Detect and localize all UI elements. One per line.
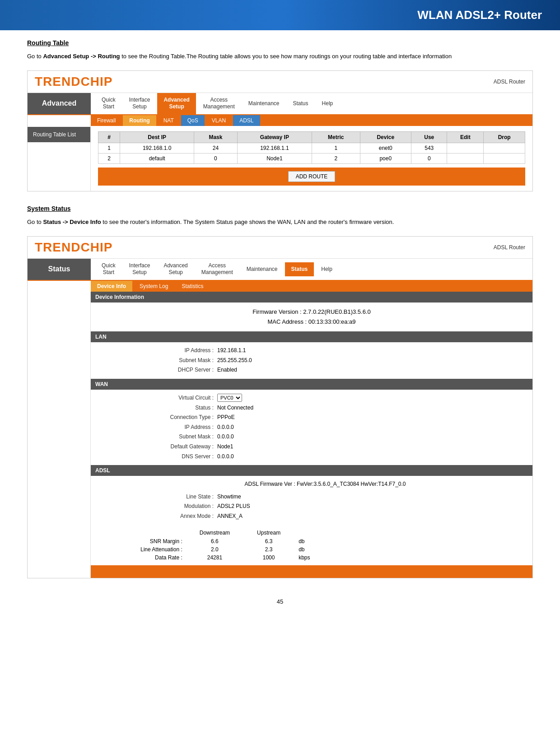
subnav-firewall-1[interactable]: Firewall: [91, 115, 122, 126]
lan-ip-row: IP Address : 192.168.1.1: [118, 346, 532, 356]
snr-up: 6.3: [243, 537, 294, 545]
wan-gateway-key: Default Gateway :: [118, 442, 217, 452]
adsl-modulation-val: ADSL2 PLUS: [217, 502, 250, 512]
nav-help-2[interactable]: Help: [315, 262, 339, 277]
trendchip-logo-2: TRENDCHIP: [35, 240, 112, 255]
lan-dhcp-row: DHCP Server : Enabled: [118, 365, 532, 375]
snr-label: SNR Margin :: [136, 537, 186, 545]
snr-unit: db: [294, 537, 321, 545]
nav-status-2[interactable]: Status: [285, 262, 314, 277]
col-use: Use: [411, 131, 447, 143]
lan-dhcp-val: Enabled: [217, 365, 237, 375]
routing-table-header-row: # Dest IP Mask Gateway IP Metric Device …: [98, 131, 525, 143]
table-row: 2 default 0 Node1 2 poe0 0: [98, 153, 525, 163]
left-sidebar-2: [28, 292, 91, 578]
subnav-adsl-1[interactable]: ADSL: [233, 115, 260, 126]
table-row: SNR Margin : 6.6 6.3 db: [136, 537, 321, 545]
lan-subnet-val: 255.255.255.0: [217, 356, 252, 366]
wan-label: WAN: [91, 379, 532, 390]
datarate-up: 1000: [243, 554, 294, 562]
add-route-button[interactable]: ADD ROUTE: [288, 171, 336, 182]
nav-help-1[interactable]: Help: [316, 97, 340, 111]
subnav-routing-1[interactable]: Routing: [123, 115, 156, 126]
page-title: WLAN ADSL2+ Router: [417, 8, 542, 22]
main-body-1: Routing Table List # Dest IP Mask Gatewa…: [28, 126, 532, 191]
wan-conntype-row: Connection Type : PPPoE: [118, 413, 532, 423]
atten-up: 2.3: [243, 545, 294, 554]
nav-bar-1: Advanced QuickStart InterfaceSetup Advan…: [28, 93, 532, 115]
col-gateway-ip: Gateway IP: [237, 131, 312, 143]
adsl-router-label-2: ADSL Router: [494, 244, 525, 251]
adsl-modulation-row: Modulation : ADSL2 PLUS: [118, 502, 532, 512]
cell-dest-ip: 192.168.1.0: [120, 143, 194, 153]
cell-drop: [484, 153, 525, 163]
sidebar-routing-table-list: Routing Table List: [28, 127, 90, 142]
subnav-nat-1[interactable]: NAT: [157, 115, 180, 126]
nav-status-1[interactable]: Status: [287, 97, 315, 111]
lan-dhcp-key: DHCP Server :: [118, 365, 217, 375]
content-area-2: Device Information Firmware Version : 2.…: [91, 292, 532, 578]
nav-items-2: QuickStart InterfaceSetup AdvancedSetup …: [91, 259, 532, 280]
main-body-2: Device Information Firmware Version : 2.…: [28, 292, 532, 578]
nav-maintenance-1[interactable]: Maintenance: [242, 97, 286, 111]
routing-table-head: # Dest IP Mask Gateway IP Metric Device …: [98, 131, 525, 143]
adsl-speed-table: Downstream Upstream SNR Margin : 6.6 6.3: [136, 528, 321, 562]
wan-vc-key: Virtual Circuit :: [118, 393, 217, 403]
system-status-description: Go to Status -> Device Info to see the r…: [27, 218, 533, 227]
datarate-unit: kbps: [294, 554, 321, 562]
nav-interface-setup-1[interactable]: InterfaceSetup: [123, 93, 157, 114]
virtual-circuit-select[interactable]: PVC0: [217, 394, 242, 402]
wan-vc-row: Virtual Circuit : PVC0: [118, 393, 532, 403]
wan-conntype-key: Connection Type :: [118, 413, 217, 423]
lan-ip-key: IP Address :: [118, 346, 217, 356]
nav-quick-start-1[interactable]: QuickStart: [95, 93, 122, 114]
subnav-qos-1[interactable]: QoS: [181, 115, 205, 126]
page-header: WLAN ADSL2+ Router: [0, 0, 560, 30]
trendchip-logo-1: TRENDCHIP: [35, 74, 112, 89]
lan-label: LAN: [91, 331, 532, 342]
sub-nav-wrapper-1: Firewall Routing NAT QoS VLAN ADSL: [28, 115, 532, 126]
subnav-vlan-1[interactable]: VLAN: [205, 115, 232, 126]
nav-access-mgmt-2[interactable]: AccessManagement: [195, 259, 239, 280]
adsl-info: ADSL Firmware Ver : FwVer:3.5.6.0_A_TC30…: [91, 476, 532, 525]
subnav-system-log-2[interactable]: System Log: [133, 281, 174, 292]
wan-status-key: Status :: [118, 403, 217, 413]
content-area-1: # Dest IP Mask Gateway IP Metric Device …: [91, 126, 532, 191]
mac-address: MAC Address : 00:13:33:00:ea:a9: [91, 317, 532, 327]
wan-ip-row: IP Address : 0.0.0.0: [118, 423, 532, 433]
nav-advanced-setup-2[interactable]: AdvancedSetup: [157, 259, 194, 280]
router-header-2: TRENDCHIP ADSL Router: [28, 237, 532, 259]
nav-access-mgmt-1[interactable]: AccessManagement: [197, 93, 241, 114]
nav-maintenance-2[interactable]: Maintenance: [240, 262, 284, 277]
wan-ip-key: IP Address :: [118, 423, 217, 433]
nav-advanced-setup-1[interactable]: AdvancedSetup: [157, 93, 196, 114]
wan-subnet-row: Subnet Mask : 0.0.0.0: [118, 432, 532, 442]
nav-left-1: Advanced: [28, 93, 91, 114]
cell-device: poe0: [360, 153, 411, 163]
col-downstream: Downstream: [186, 528, 243, 537]
routing-table: # Dest IP Mask Gateway IP Metric Device …: [98, 131, 525, 164]
nav-interface-setup-2[interactable]: InterfaceSetup: [123, 259, 157, 280]
routing-table-section: Routing Table Go to Advanced Setup -> Ro…: [27, 39, 533, 191]
router-box-1: TRENDCHIP ADSL Router Advanced QuickStar…: [27, 70, 533, 191]
adsl-firmware: ADSL Firmware Ver : FwVer:3.5.6.0_A_TC30…: [118, 479, 532, 489]
nav-bar-2: Status QuickStart InterfaceSetup Advance…: [28, 259, 532, 281]
cell-mask: 24: [194, 143, 238, 153]
nav-quick-start-2[interactable]: QuickStart: [95, 259, 122, 280]
subnav-statistics-2[interactable]: Statistics: [175, 281, 210, 292]
adsl-router-label-1: ADSL Router: [494, 79, 525, 85]
col-edit: Edit: [447, 131, 484, 143]
wan-subnet-val: 0.0.0.0: [217, 432, 234, 442]
cell-edit: [447, 153, 484, 163]
bottom-orange-bar: [91, 565, 532, 578]
wan-gateway-val: Node1: [217, 442, 233, 452]
adsl-linestate-val: Showtime: [217, 492, 241, 502]
subnav-device-info-2[interactable]: Device Info: [91, 281, 132, 292]
table-row: Line Attenuation : 2.0 2.3 db: [136, 545, 321, 554]
wan-vc-val: PVC0: [217, 393, 242, 403]
wan-dns-key: DNS Server :: [118, 452, 217, 462]
adsl-label: ADSL: [91, 465, 532, 476]
routing-table-title: Routing Table: [27, 39, 533, 47]
lan-ip-val: 192.168.1.1: [217, 346, 246, 356]
routing-table-description: Go to Advanced Setup -> Routing to see t…: [27, 52, 533, 61]
